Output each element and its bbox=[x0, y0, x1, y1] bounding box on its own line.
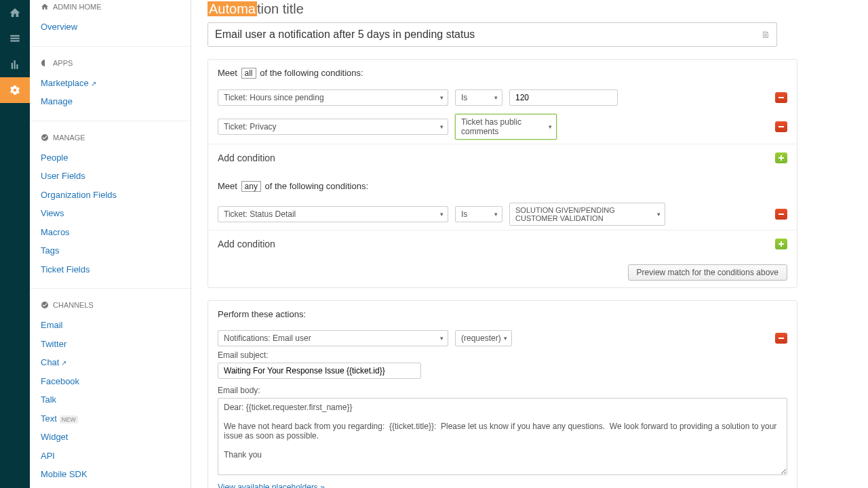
actions-panel: Perform these actions: Notifications: Em… bbox=[208, 300, 797, 488]
view-placeholders-link[interactable]: View available placeholders » bbox=[218, 483, 787, 488]
condition-row: Ticket: PrivacyTicket has public comment… bbox=[208, 110, 797, 144]
sidebar-link-api[interactable]: API bbox=[30, 447, 191, 466]
sidebar-group-header: MANAGE bbox=[30, 131, 191, 146]
admin-sidebar: ADMIN HOMEOverviewAPPSMarketplace↗Manage… bbox=[30, 0, 191, 488]
email-body-label: Email body: bbox=[208, 386, 797, 398]
remove-condition-button[interactable] bbox=[775, 92, 787, 103]
sidebar-link-views[interactable]: Views bbox=[30, 204, 191, 223]
sidebar-link-text[interactable]: TextNEW bbox=[30, 409, 191, 428]
sidebar-link-email[interactable]: Email bbox=[30, 316, 191, 335]
sidebar-link-marketplace[interactable]: Marketplace↗ bbox=[30, 74, 191, 93]
conditions-all-header: Meet all of the following conditions: bbox=[208, 68, 797, 85]
condition-field-select[interactable]: Ticket: Privacy bbox=[218, 119, 448, 135]
sidebar-link-widget[interactable]: Widget bbox=[30, 428, 191, 447]
title-doc-icon: 🗎 bbox=[761, 29, 770, 40]
condition-row: Ticket: Hours since pendingIs bbox=[208, 85, 797, 110]
condition-value-select[interactable]: Ticket has public comments bbox=[455, 114, 557, 140]
condition-value-input[interactable] bbox=[509, 89, 618, 106]
nav-rail bbox=[0, 0, 30, 488]
condition-operator-select[interactable]: Is bbox=[455, 206, 502, 222]
sidebar-link-macros[interactable]: Macros bbox=[30, 223, 191, 242]
automation-title-input[interactable] bbox=[208, 22, 777, 47]
sidebar-link-twitter[interactable]: Twitter bbox=[30, 335, 191, 354]
external-link-icon: ↗ bbox=[61, 359, 66, 367]
preview-match-button[interactable]: Preview match for the conditions above bbox=[628, 264, 787, 281]
sidebar-link-overview[interactable]: Overview bbox=[30, 18, 191, 37]
sidebar-link-mobile-sdk[interactable]: Mobile SDK bbox=[30, 465, 191, 484]
page-title: Automation title bbox=[208, 1, 848, 17]
external-link-icon: ↗ bbox=[91, 80, 96, 87]
add-condition-any: Add condition bbox=[208, 230, 797, 258]
remove-condition-button[interactable] bbox=[775, 209, 787, 220]
main-content: Automation title 🗎 Meet all of the follo… bbox=[191, 0, 868, 488]
add-condition-any-button[interactable] bbox=[775, 239, 787, 249]
new-badge: NEW bbox=[60, 415, 78, 424]
sidebar-link-people[interactable]: People bbox=[30, 148, 191, 167]
sidebar-link-ticket-fields[interactable]: Ticket Fields bbox=[30, 260, 191, 279]
sidebar-group-header: APPS bbox=[30, 56, 191, 71]
rail-reports-icon[interactable] bbox=[0, 52, 30, 77]
conditions-any-header: Meet any of the following conditions: bbox=[208, 171, 797, 199]
sidebar-link-organization-fields[interactable]: Organization Fields bbox=[30, 186, 191, 205]
action-target-select[interactable]: (requester) bbox=[455, 330, 512, 346]
add-condition-all: Add condition bbox=[208, 144, 797, 171]
condition-field-select[interactable]: Ticket: Status Detail bbox=[218, 206, 448, 222]
rail-views-icon[interactable] bbox=[0, 26, 30, 52]
rail-settings-icon[interactable] bbox=[0, 77, 30, 103]
conditions-panel: Meet all of the following conditions: Ti… bbox=[208, 59, 797, 288]
sidebar-group-header: CHANNELS bbox=[30, 298, 191, 313]
condition-field-select[interactable]: Ticket: Hours since pending bbox=[218, 89, 448, 106]
actions-header: Perform these actions: bbox=[208, 309, 797, 326]
action-row: Notifications: Email user (requester) bbox=[208, 326, 797, 350]
sidebar-link-facebook[interactable]: Facebook bbox=[30, 372, 191, 391]
remove-action-button[interactable] bbox=[775, 333, 787, 344]
sidebar-link-chat[interactable]: Chat↗ bbox=[30, 353, 191, 372]
sidebar-group-header: ADMIN HOME bbox=[30, 0, 191, 15]
email-subject-label: Email subject: bbox=[208, 350, 797, 363]
condition-row: Ticket: Status DetailIsSOLUTION GIVEN/PE… bbox=[208, 199, 797, 230]
sidebar-link-channel-integrations[interactable]: Channel IntegrationsNEW bbox=[30, 484, 191, 489]
sidebar-link-talk[interactable]: Talk bbox=[30, 390, 191, 409]
email-subject-input[interactable] bbox=[218, 363, 421, 379]
sidebar-link-tags[interactable]: Tags bbox=[30, 241, 191, 260]
sidebar-link-user-fields[interactable]: User Fields bbox=[30, 167, 191, 186]
rail-home-icon[interactable] bbox=[0, 0, 30, 26]
remove-condition-button[interactable] bbox=[775, 121, 787, 132]
sidebar-link-manage[interactable]: Manage bbox=[30, 92, 191, 111]
condition-value-select[interactable]: SOLUTION GIVEN/PENDING CUSTOMER VALIDATI… bbox=[509, 203, 665, 226]
add-condition-all-button[interactable] bbox=[775, 152, 787, 163]
email-body-textarea[interactable] bbox=[218, 398, 787, 475]
action-type-select[interactable]: Notifications: Email user bbox=[218, 330, 448, 346]
condition-operator-select[interactable]: Is bbox=[455, 89, 502, 106]
